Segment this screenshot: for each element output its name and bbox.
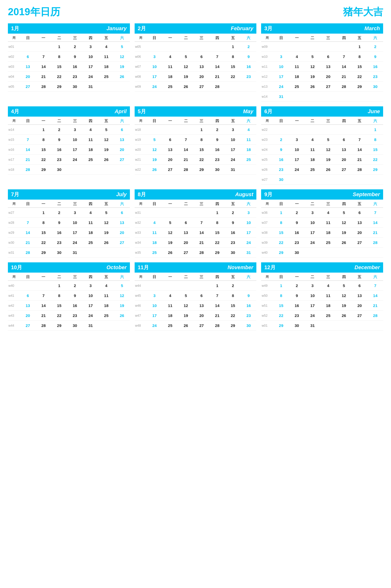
day-cell: 2 <box>225 209 241 216</box>
day-cell: 30 <box>51 166 67 173</box>
day-cell: 22 <box>51 73 67 80</box>
day-cell: 25 <box>289 83 305 90</box>
day-cell: 6 <box>114 126 130 133</box>
day-cell: 12 <box>98 136 114 143</box>
day-cell: 13 <box>194 302 210 309</box>
day-cell: 29 <box>51 322 67 329</box>
day-cell: 25 <box>83 239 99 246</box>
day-cell: 26 <box>114 312 130 319</box>
day-cell <box>352 96 368 98</box>
day-cell: 6 <box>162 136 178 143</box>
day-header-7: 六 <box>367 274 383 280</box>
day-cell: 11 <box>98 53 114 60</box>
day-cell: 18 <box>83 229 99 236</box>
month-cn-name: 10月 <box>11 264 22 271</box>
month-cn-name: 5月 <box>138 108 146 115</box>
day-cell: 10 <box>147 302 163 309</box>
week-label: w28 <box>8 220 20 226</box>
day-cell: 21 <box>36 312 52 319</box>
day-cell: 27 <box>20 322 36 329</box>
month-block-11: 11月November周日一二三四五六w4412w453456789w46101… <box>135 262 257 331</box>
week-label: w34 <box>135 240 147 246</box>
day-header-0: 周 <box>261 201 273 207</box>
day-cell: 28 <box>352 166 368 173</box>
day-header-5: 四 <box>83 201 99 207</box>
day-header-4: 三 <box>194 201 210 207</box>
day-header-6: 五 <box>98 201 114 207</box>
day-header-1: 日 <box>273 118 289 124</box>
week-label: w51 <box>261 303 273 309</box>
day-headers-row: 周日一二三四五六 <box>261 35 383 42</box>
month-block-8: 8月August周日一二三四五六w31123w3245678910w331112… <box>135 189 257 258</box>
day-cell: 29 <box>194 166 210 173</box>
week-label: w35 <box>135 250 147 256</box>
day-cell: 14 <box>20 229 36 236</box>
month-header-6: 6月June <box>261 106 383 117</box>
day-header-4: 三 <box>67 118 83 124</box>
week-label: w01 <box>8 44 20 50</box>
day-cell: 8 <box>209 219 225 226</box>
day-cell: 27 <box>114 156 130 163</box>
week-label: w40 <box>8 283 20 289</box>
day-header-5: 四 <box>209 35 225 41</box>
day-cell: 11 <box>289 63 305 70</box>
day-cell: 1 <box>51 43 67 50</box>
day-cell: 20 <box>352 229 368 236</box>
month-cn-name: 1月 <box>11 25 19 32</box>
week-label: w21 <box>135 157 147 163</box>
day-headers-row: 周日一二三四五六 <box>135 35 257 42</box>
day-cell: 1 <box>209 282 225 289</box>
day-cell: 25 <box>241 156 257 163</box>
day-cell: 18 <box>162 73 178 80</box>
day-cell: 22 <box>194 156 210 163</box>
day-cell: 19 <box>162 239 178 246</box>
day-cell: 27 <box>162 166 178 173</box>
day-cell: 21 <box>178 156 194 163</box>
day-cell <box>305 252 321 254</box>
day-cell <box>114 169 130 171</box>
day-cell: 14 <box>352 146 368 153</box>
day-cell: 1 <box>209 209 225 216</box>
week-label: w11 <box>261 64 273 70</box>
day-cell: 20 <box>162 156 178 163</box>
week-label: w39 <box>261 240 273 246</box>
day-cell: 5 <box>98 126 114 133</box>
day-cell: 19 <box>98 229 114 236</box>
day-cell: 14 <box>20 146 36 153</box>
week-label: w29 <box>8 230 20 236</box>
day-cell: 31 <box>83 322 99 329</box>
day-cell <box>98 86 114 88</box>
day-cell: 9 <box>225 219 241 226</box>
day-header-0: 周 <box>135 118 147 124</box>
day-cell: 7 <box>209 53 225 60</box>
day-cell: 27 <box>336 166 352 173</box>
day-cell <box>336 46 352 48</box>
day-header-0: 周 <box>8 274 20 280</box>
week-label: w42 <box>8 303 20 309</box>
week-row: w27123456 <box>8 208 130 218</box>
week-row: w0313141516171819 <box>8 62 130 72</box>
day-cell: 27 <box>352 312 368 319</box>
day-cell <box>114 325 130 327</box>
day-cell: 10 <box>305 292 321 299</box>
day-cell: 18 <box>98 63 114 70</box>
day-cell: 9 <box>289 292 305 299</box>
day-header-2: 一 <box>162 118 178 124</box>
day-cell: 29 <box>51 83 67 90</box>
day-cell: 28 <box>194 249 210 256</box>
day-headers-row: 周日一二三四五六 <box>261 118 383 125</box>
day-cell: 14 <box>209 302 225 309</box>
day-cell: 21 <box>36 73 52 80</box>
week-label: w20 <box>135 147 147 153</box>
day-header-1: 日 <box>273 274 289 280</box>
day-cell <box>352 179 368 181</box>
day-cell <box>367 179 383 181</box>
day-cell: 17 <box>305 229 321 236</box>
month-block-4: 4月April周日一二三四五六w14123456w1578910111213w1… <box>8 106 130 185</box>
day-cell: 4 <box>162 292 178 299</box>
month-cn-name: 7月 <box>11 191 19 198</box>
day-cell: 16 <box>273 156 289 163</box>
day-cell: 19 <box>320 156 336 163</box>
day-cell: 21 <box>194 239 210 246</box>
day-cell: 29 <box>36 249 52 256</box>
